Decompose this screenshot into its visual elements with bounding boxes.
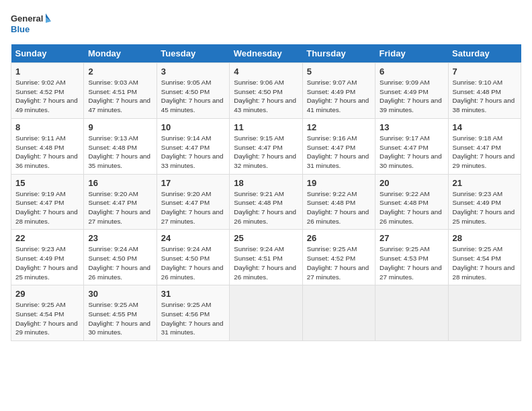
daylight-label: Daylight: 7 hours and 28 minutes.	[15, 208, 78, 225]
empty-cell	[375, 285, 448, 341]
day-info: Sunrise: 9:16 AM Sunset: 4:47 PM Dayligh…	[307, 134, 371, 171]
sunset-label: Sunset: 4:47 PM	[453, 144, 501, 151]
daylight-label: Daylight: 7 hours and 49 minutes.	[15, 97, 78, 113]
day-info: Sunrise: 9:23 AM Sunset: 4:49 PM Dayligh…	[453, 189, 517, 226]
sunset-label: Sunset: 4:48 PM	[307, 199, 355, 206]
sunrise-label: Sunrise: 9:18 AM	[453, 134, 503, 142]
sunrise-label: Sunrise: 9:23 AM	[453, 190, 503, 197]
sunset-label: Sunset: 4:53 PM	[380, 255, 428, 262]
calendar-row-1: 1 Sunrise: 9:02 AM Sunset: 4:52 PM Dayli…	[11, 63, 521, 119]
daylight-label: Daylight: 7 hours and 25 minutes.	[453, 208, 515, 225]
day-info: Sunrise: 9:05 AM Sunset: 4:50 PM Dayligh…	[161, 78, 225, 115]
day-number: 8	[15, 122, 79, 132]
day-info: Sunrise: 9:17 AM Sunset: 4:47 PM Dayligh…	[380, 134, 443, 171]
day-info: Sunrise: 9:07 AM Sunset: 4:49 PM Dayligh…	[307, 78, 371, 115]
sunrise-label: Sunrise: 9:06 AM	[234, 79, 284, 86]
sunrise-label: Sunrise: 9:15 AM	[234, 134, 284, 142]
page-header: General Blue	[11, 11, 521, 36]
day-number: 5	[307, 66, 371, 77]
day-info: Sunrise: 9:24 AM Sunset: 4:51 PM Dayligh…	[234, 244, 298, 281]
sunset-label: Sunset: 4:47 PM	[380, 144, 428, 151]
day-info: Sunrise: 9:11 AM Sunset: 4:48 PM Dayligh…	[15, 134, 79, 171]
sunset-label: Sunset: 4:47 PM	[161, 144, 210, 151]
day-info: Sunrise: 9:19 AM Sunset: 4:47 PM Dayligh…	[15, 189, 79, 226]
sunrise-label: Sunrise: 9:24 AM	[88, 245, 138, 253]
logo: General Blue	[11, 11, 51, 36]
daylight-label: Daylight: 7 hours and 32 minutes.	[234, 152, 296, 169]
sunrise-label: Sunrise: 9:25 AM	[380, 245, 430, 253]
day-info: Sunrise: 9:15 AM Sunset: 4:47 PM Dayligh…	[234, 134, 298, 171]
daylight-label: Daylight: 7 hours and 39 minutes.	[380, 97, 442, 113]
daylight-label: Daylight: 7 hours and 26 minutes.	[307, 208, 369, 225]
day-info: Sunrise: 9:06 AM Sunset: 4:50 PM Dayligh…	[234, 78, 298, 115]
day-cell-31: 31 Sunrise: 9:25 AM Sunset: 4:56 PM Dayl…	[157, 285, 229, 341]
weekday-header-tuesday: Tuesday	[157, 44, 229, 63]
day-number: 2	[88, 66, 152, 77]
sunset-label: Sunset: 4:49 PM	[453, 199, 501, 206]
day-number: 13	[380, 122, 443, 132]
sunrise-label: Sunrise: 9:05 AM	[161, 79, 212, 86]
sunset-label: Sunset: 4:49 PM	[380, 88, 428, 95]
sunset-label: Sunset: 4:48 PM	[453, 88, 501, 95]
daylight-label: Daylight: 7 hours and 38 minutes.	[453, 97, 515, 113]
day-info: Sunrise: 9:25 AM Sunset: 4:54 PM Dayligh…	[453, 244, 517, 281]
sunrise-label: Sunrise: 9:19 AM	[15, 190, 66, 197]
sunset-label: Sunset: 4:54 PM	[453, 255, 501, 262]
day-number: 25	[234, 233, 298, 243]
weekday-header-monday: Monday	[84, 44, 157, 63]
daylight-label: Daylight: 7 hours and 27 minutes.	[161, 208, 224, 225]
day-number: 9	[88, 122, 152, 132]
day-info: Sunrise: 9:09 AM Sunset: 4:49 PM Dayligh…	[380, 78, 443, 115]
daylight-label: Daylight: 7 hours and 43 minutes.	[234, 97, 296, 113]
day-number: 1	[15, 66, 79, 77]
weekday-header-sunday: Sunday	[11, 44, 84, 63]
calendar-row-2: 8 Sunrise: 9:11 AM Sunset: 4:48 PM Dayli…	[11, 118, 521, 174]
day-number: 14	[453, 122, 517, 132]
sunset-label: Sunset: 4:56 PM	[161, 310, 210, 318]
sunset-label: Sunset: 4:49 PM	[307, 88, 355, 95]
day-info: Sunrise: 9:14 AM Sunset: 4:47 PM Dayligh…	[161, 134, 225, 171]
daylight-label: Daylight: 7 hours and 31 minutes.	[307, 152, 369, 169]
sunrise-label: Sunrise: 9:20 AM	[88, 190, 138, 197]
daylight-label: Daylight: 7 hours and 30 minutes.	[88, 320, 150, 336]
sunrise-label: Sunrise: 9:23 AM	[15, 245, 66, 253]
daylight-label: Daylight: 7 hours and 35 minutes.	[88, 152, 150, 169]
day-info: Sunrise: 9:24 AM Sunset: 4:50 PM Dayligh…	[88, 244, 152, 281]
sunrise-label: Sunrise: 9:25 AM	[307, 245, 357, 253]
daylight-label: Daylight: 7 hours and 25 minutes.	[15, 264, 78, 281]
sunset-label: Sunset: 4:51 PM	[88, 88, 136, 95]
sunrise-label: Sunrise: 9:10 AM	[453, 79, 503, 86]
logo-svg: General Blue	[11, 11, 51, 36]
day-cell-25: 25 Sunrise: 9:24 AM Sunset: 4:51 PM Dayl…	[230, 230, 302, 285]
day-number: 22	[15, 233, 79, 243]
daylight-label: Daylight: 7 hours and 27 minutes.	[88, 208, 150, 225]
day-info: Sunrise: 9:25 AM Sunset: 4:55 PM Dayligh…	[88, 300, 152, 337]
day-cell-29: 29 Sunrise: 9:25 AM Sunset: 4:54 PM Dayl…	[11, 285, 84, 341]
sunset-label: Sunset: 4:47 PM	[88, 199, 136, 206]
weekday-header-wednesday: Wednesday	[230, 44, 302, 63]
day-number: 6	[380, 66, 443, 77]
sunrise-label: Sunrise: 9:20 AM	[161, 190, 212, 197]
day-cell-19: 19 Sunrise: 9:22 AM Sunset: 4:48 PM Dayl…	[302, 174, 375, 230]
calendar-row-5: 29 Sunrise: 9:25 AM Sunset: 4:54 PM Dayl…	[11, 285, 521, 341]
day-number: 29	[15, 289, 79, 299]
day-info: Sunrise: 9:23 AM Sunset: 4:49 PM Dayligh…	[15, 244, 79, 281]
day-number: 10	[161, 122, 225, 132]
day-info: Sunrise: 9:02 AM Sunset: 4:52 PM Dayligh…	[15, 78, 79, 115]
daylight-label: Daylight: 7 hours and 27 minutes.	[307, 264, 369, 281]
day-number: 19	[307, 178, 371, 188]
sunrise-label: Sunrise: 9:25 AM	[161, 301, 212, 308]
daylight-label: Daylight: 7 hours and 27 minutes.	[380, 264, 442, 281]
day-cell-1: 1 Sunrise: 9:02 AM Sunset: 4:52 PM Dayli…	[11, 63, 84, 119]
day-info: Sunrise: 9:25 AM Sunset: 4:56 PM Dayligh…	[161, 300, 225, 337]
day-number: 7	[453, 66, 517, 77]
day-number: 4	[234, 66, 298, 77]
day-number: 3	[161, 66, 225, 77]
day-info: Sunrise: 9:24 AM Sunset: 4:50 PM Dayligh…	[161, 244, 225, 281]
day-cell-24: 24 Sunrise: 9:24 AM Sunset: 4:50 PM Dayl…	[157, 230, 229, 285]
daylight-label: Daylight: 7 hours and 47 minutes.	[88, 97, 150, 113]
daylight-label: Daylight: 7 hours and 26 minutes.	[161, 264, 224, 281]
daylight-label: Daylight: 7 hours and 26 minutes.	[234, 208, 296, 225]
day-cell-21: 21 Sunrise: 9:23 AM Sunset: 4:49 PM Dayl…	[448, 174, 521, 230]
day-info: Sunrise: 9:18 AM Sunset: 4:47 PM Dayligh…	[453, 134, 517, 171]
